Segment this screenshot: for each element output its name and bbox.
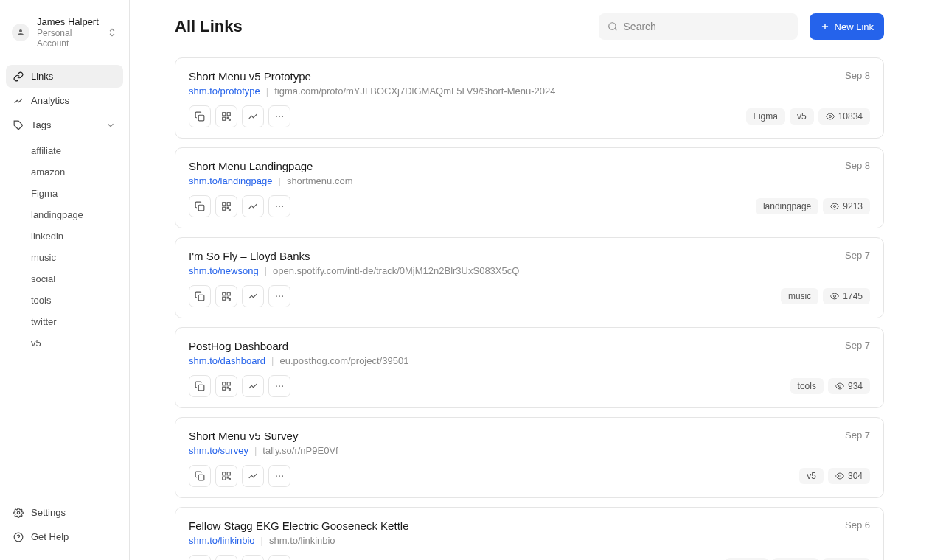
short-url[interactable]: shm.to/dashboard [189,355,265,366]
svg-point-4 [608,23,615,29]
stats-button[interactable] [242,375,264,397]
views-badge[interactable]: 934 [828,378,870,394]
tag-item[interactable]: amazon [6,162,123,182]
qr-button[interactable] [215,465,237,487]
copy-icon [195,111,205,122]
tag-item[interactable]: v5 [6,333,123,353]
views-badge[interactable]: 304 [828,468,870,484]
qr-button[interactable] [215,375,237,397]
nav-item-links[interactable]: Links [6,65,123,88]
tag-item[interactable]: music [6,248,123,267]
copy-icon [195,201,205,211]
nav-item-settings[interactable]: Settings [6,501,123,524]
link-card[interactable]: Short Menu Landingpage Sep 8 shm.to/land… [175,147,884,228]
link-card[interactable]: Short Menu v5 Prototype Sep 8 shm.to/pro… [175,57,884,139]
user-icon [16,28,25,37]
more-button[interactable] [268,555,290,560]
tags-container: v5 [799,468,824,484]
svg-line-5 [614,29,616,31]
nav-item-help[interactable]: Get Help [6,525,123,548]
svg-rect-40 [227,382,230,385]
tag-badge[interactable]: v5 [790,108,814,125]
nav-item-tags[interactable]: Tags [6,113,123,136]
views-badge[interactable]: 9213 [823,198,870,214]
qr-button[interactable] [215,195,237,217]
tag-badge[interactable]: v5 [799,468,824,484]
stats-button[interactable] [242,105,264,127]
tag-item[interactable]: Figma [6,183,123,203]
help-icon [13,532,24,542]
stats-button[interactable] [242,285,264,307]
tag-badge[interactable]: landingpage [756,198,818,214]
link-card[interactable]: I'm So Fly – Lloyd Banks Sep 7 shm.to/ne… [175,237,884,318]
tag-badge[interactable]: Figma [746,108,785,125]
more-button[interactable] [268,105,290,127]
link-title: Short Menu Landingpage [189,160,313,172]
tag-item[interactable]: tools [6,290,123,310]
link-icon [13,71,24,82]
tag-icon [13,120,24,130]
copy-button[interactable] [189,285,211,307]
qr-icon [221,381,232,391]
views-badge[interactable]: 1745 [823,288,870,304]
copy-button[interactable] [189,465,211,487]
svg-point-54 [276,475,277,477]
search-input[interactable] [624,21,789,32]
chart-icon [248,381,258,391]
stats-button[interactable] [242,195,264,217]
tags-container: tools [790,378,824,394]
account-switcher[interactable]: James Halpert Personal Account [6,12,123,53]
more-button[interactable] [268,375,290,397]
more-icon [274,111,285,122]
svg-point-36 [282,295,283,297]
tag-item[interactable]: linkedin [6,226,123,246]
more-button[interactable] [268,465,290,487]
svg-point-25 [279,206,280,207]
destination-url: eu.posthog.com/project/39501 [279,355,408,366]
short-url[interactable]: shm.to/landingpage [189,175,272,186]
views-badge[interactable]: 10834 [818,108,870,125]
short-url[interactable]: shm.to/newsong [189,265,259,276]
stats-button[interactable] [242,555,264,560]
qr-button[interactable] [215,285,237,307]
eye-icon [830,292,839,301]
copy-button[interactable] [189,555,211,560]
copy-button[interactable] [189,105,211,127]
copy-button[interactable] [189,195,211,217]
views-count: 934 [848,381,863,391]
tag-item[interactable]: landingpage [6,205,123,225]
nav-item-analytics[interactable]: Analytics [6,89,123,112]
svg-rect-33 [229,299,231,301]
tag-item[interactable]: affiliate [6,141,123,161]
url-divider: | [254,445,257,456]
copy-button[interactable] [189,375,211,397]
link-card[interactable]: Short Menu v5 Survey Sep 7 shm.to/survey… [175,417,884,498]
more-button[interactable] [268,195,290,217]
short-url[interactable]: shm.to/prototype [189,85,260,97]
views-count: 304 [848,471,863,481]
tag-item[interactable]: twitter [6,312,123,332]
qr-button[interactable] [215,555,237,560]
tag-badge[interactable]: music [781,288,818,304]
more-button[interactable] [268,285,290,307]
link-card[interactable]: Fellow Stagg EKG Electric Gooseneck Kett… [175,507,884,560]
svg-point-57 [838,475,841,477]
qr-icon [221,201,232,211]
qr-button[interactable] [215,105,237,127]
stats-button[interactable] [242,465,264,487]
url-divider: | [278,175,280,186]
svg-rect-53 [229,479,231,480]
tag-badge[interactable]: tools [790,378,824,394]
search-box[interactable] [599,13,798,40]
link-card[interactable]: PostHog Dashboard Sep 7 shm.to/dashboard… [175,327,884,408]
short-url[interactable]: shm.to/survey [189,445,248,456]
svg-rect-51 [223,477,226,480]
tag-item[interactable]: social [6,269,123,289]
short-url[interactable]: shm.to/linkinbio [189,535,255,546]
nav-section: Links Analytics Tags affiliate amazon Fi… [6,65,123,353]
url-divider: | [271,355,274,366]
header-row: All Links New Link [175,13,884,40]
main-content: All Links New Link Short Menu v5 Prototy… [130,0,929,560]
new-link-button[interactable]: New Link [810,13,884,40]
svg-point-15 [279,116,280,117]
